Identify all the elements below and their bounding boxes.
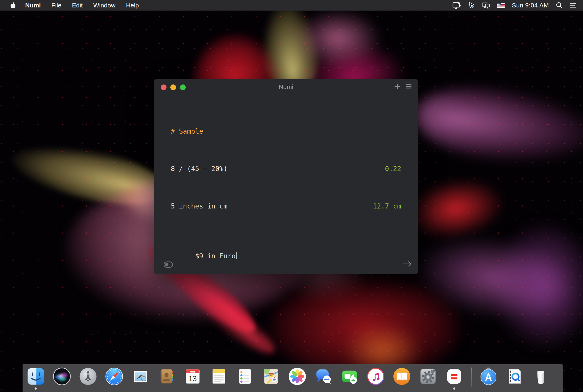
dock-separator [471, 368, 472, 387]
spotlight-search-icon[interactable] [556, 2, 563, 9]
dock-icon-trash[interactable] [532, 367, 550, 386]
dock-icon-siri[interactable] [52, 367, 71, 386]
dock-icon-reminders[interactable] [236, 367, 254, 386]
expression-text: $9 in Euro [195, 252, 236, 260]
calc-line-1: 8 / (45 − 20%) 0.22 [171, 163, 401, 175]
dock-icon-finder[interactable] [26, 367, 45, 386]
calc-line-heading: # Sample [171, 125, 401, 138]
menu-file[interactable]: File [51, 2, 62, 9]
dock-icon-maps[interactable]: 280 3D [262, 367, 280, 386]
dock-icon-messages[interactable] [314, 367, 333, 386]
dock-icon-books[interactable] [392, 367, 411, 386]
calc-editor[interactable]: # Sample 8 / (45 − 20%) 0.22 5 inches in… [154, 94, 418, 300]
options-toggle-icon[interactable] [164, 262, 173, 268]
dock-icon-safari[interactable] [105, 367, 124, 386]
dock-icon-contacts[interactable] [157, 367, 176, 386]
svg-text:3D: 3D [273, 378, 276, 381]
svg-text:MAY: MAY [190, 370, 196, 373]
display-pencil-icon[interactable] [452, 2, 461, 9]
displays-icon[interactable] [482, 2, 490, 9]
window-titlebar[interactable]: Numi [154, 79, 418, 94]
svg-text:280: 280 [269, 375, 272, 377]
menubar-app-name[interactable]: Numi [25, 2, 41, 9]
notification-center-icon[interactable] [570, 2, 577, 8]
result-value: 0.22 [385, 163, 401, 175]
us-flag-icon[interactable] [497, 3, 505, 8]
menu-bar: Numi File Edit Window Help Sun 9:04 AM [0, 0, 583, 10]
dock: MAY 13 280 3D [22, 364, 562, 392]
expression-text: 5 inches in cm [171, 200, 228, 212]
window-title: Numi [154, 79, 418, 94]
menu-edit[interactable]: Edit [72, 2, 83, 9]
dock-icon-launchpad[interactable] [79, 367, 98, 386]
menu-hamburger-icon[interactable] [406, 84, 412, 90]
new-sheet-plus-icon[interactable] [394, 83, 401, 91]
text-caret [236, 252, 236, 259]
apple-menu-icon[interactable] [10, 2, 16, 9]
dock-icon-mail[interactable] [131, 367, 150, 386]
send-arrow-icon[interactable] [402, 260, 412, 268]
dock-icon-app-store[interactable] [479, 367, 498, 386]
dock-icon-calendar[interactable]: MAY 13 [183, 367, 202, 386]
dock-icon-photos[interactable] [288, 367, 306, 386]
dock-icon-system-preferences[interactable] [419, 367, 437, 386]
result-value: 12.7 cm [373, 200, 401, 212]
heading-text: # Sample [171, 128, 203, 135]
expression-text: 8 / (45 − 20%) [171, 163, 228, 175]
presentation-cursor-icon[interactable] [468, 2, 475, 9]
dock-icon-itunes[interactable] [366, 367, 385, 386]
dock-icon-numi[interactable] [445, 367, 464, 386]
calc-line-2: 5 inches in cm 12.7 cm [171, 200, 401, 212]
svg-text:13: 13 [188, 374, 197, 383]
menubar-clock[interactable]: Sun 9:04 AM [512, 2, 549, 9]
menu-help[interactable]: Help [126, 2, 139, 9]
dock-icon-quicktime[interactable] [505, 367, 524, 386]
calc-line-3: $9 in Euro [171, 238, 401, 275]
dock-icon-notes[interactable] [210, 367, 228, 386]
dock-icon-facetime[interactable] [340, 367, 359, 386]
menu-window[interactable]: Window [93, 2, 116, 9]
numi-window: Numi # Sample 8 / (45 − 20%) 0.22 5 inch… [154, 79, 418, 274]
